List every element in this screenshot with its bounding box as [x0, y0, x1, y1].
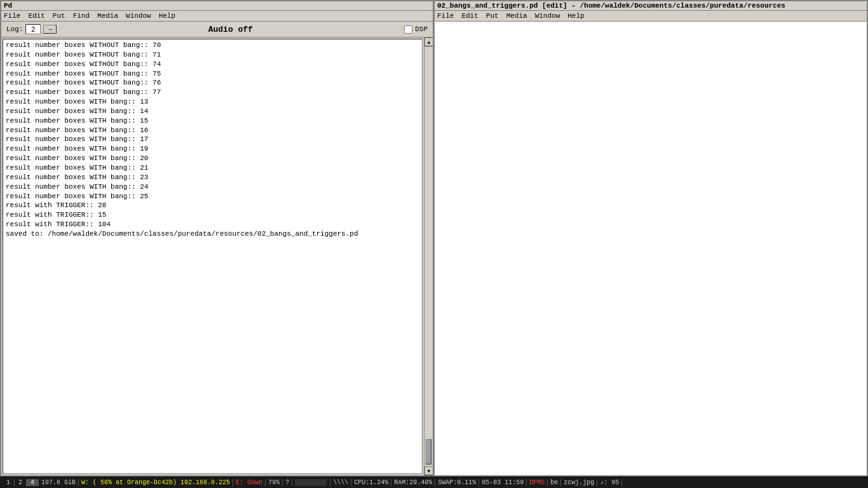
audio-off-label: Audio off [208, 25, 253, 34]
console-line: result with TRIGGER:: 28 [6, 201, 419, 210]
wallpaper-name: zcwj.jpg [561, 479, 597, 486]
tab-1[interactable]: 1 [3, 479, 15, 486]
tab-4[interactable]: 4 [27, 479, 39, 486]
patch-menu-file[interactable]: File [437, 12, 454, 20]
menu-put[interactable]: Put [53, 12, 65, 20]
menu-media[interactable]: Media [97, 12, 118, 20]
console-line: result number boxes WITH bang:: 21 [6, 163, 419, 173]
pd-patch-menubar: File Edit Put Media Window Help [435, 11, 867, 22]
dpms-status: DPMS [527, 479, 548, 486]
console-line: result number boxes WITHOUT bang:: 75 [6, 69, 419, 79]
console-line: saved to: /home/waldek/Documents/classes… [6, 229, 419, 239]
log-label: Log: [6, 25, 23, 33]
swap-usage: SWAP:0.11% [435, 479, 479, 486]
log-btn[interactable]: → [43, 25, 57, 34]
log-input[interactable] [25, 24, 41, 34]
wifi-icon: \\\\ [330, 479, 351, 486]
menu-window[interactable]: Window [126, 12, 151, 20]
pd-console-output: result number boxes WITHOUT bang:: 70res… [3, 39, 423, 474]
disk-usage: 197.6 GiB [39, 479, 79, 486]
pd-patch-window: 02_bangs_and_triggers.pd [edit] - /home/… [434, 0, 868, 477]
search-field[interactable] [292, 479, 330, 487]
patch-menu-media[interactable]: Media [506, 12, 527, 20]
scrollbar-thumb[interactable] [426, 439, 431, 464]
console-line: result number boxes WITH bang:: 23 [6, 173, 419, 182]
console-line: result number boxes WITH bang:: 20 [6, 154, 419, 163]
pd-patch-title: 02_bangs_and_triggers.pd [edit] - /home/… [437, 2, 785, 10]
pd-patch-titlebar: 02_bangs_and_triggers.pd [edit] - /home/… [435, 1, 867, 11]
network-status: W: ( 56% at Orange-bc42b) 192.168.0.225 [79, 479, 233, 486]
console-line: result number boxes WITHOUT bang:: 71 [6, 50, 419, 60]
error-status: E: down [233, 479, 266, 486]
menu-file[interactable]: File [4, 12, 20, 20]
pd-patch-canvas[interactable]: 33 51 + [435, 22, 867, 475]
console-line: result number boxes WITHOUT bang:: 74 [6, 60, 419, 69]
volume-indicator: ♪: 95 [597, 479, 622, 486]
console-line: result number boxes WITHOUT bang:: 77 [6, 88, 419, 97]
pd-console-title: Pd [4, 2, 12, 10]
patch-menu-window[interactable]: Window [535, 12, 560, 20]
patch-menu-put[interactable]: Put [486, 12, 499, 20]
scrollbar-down-btn[interactable]: ▼ [424, 466, 433, 475]
console-line: result number boxes WITH bang:: 24 [6, 182, 419, 192]
console-line: result number boxes WITH bang:: 16 [6, 126, 419, 135]
pd-console-titlebar: Pd [1, 1, 433, 11]
console-line: result with TRIGGER:: 104 [6, 220, 419, 229]
patch-connections-svg [435, 22, 867, 475]
question-mark: ? [283, 479, 292, 486]
console-scrollbar[interactable]: ▲ ▼ [424, 37, 433, 475]
patch-menu-help[interactable]: Help [567, 12, 584, 20]
dsp-label: DSP [415, 25, 428, 33]
tab-2[interactable]: 2 [15, 479, 27, 486]
dsp-control: DSP [404, 25, 428, 34]
scrollbar-up-btn[interactable]: ▲ [424, 37, 433, 46]
patch-menu-edit[interactable]: Edit [461, 12, 478, 20]
datetime: 05-03 11:59 [479, 479, 527, 486]
pd-console-window: Pd File Edit Put Find Media Window Help … [0, 0, 434, 477]
console-line: result number boxes WITH bang:: 25 [6, 192, 419, 201]
console-line: result number boxes WITH bang:: 13 [6, 97, 419, 107]
status-bar: 1 2 4 197.6 GiB W: ( 56% at Orange-bc42b… [0, 477, 868, 488]
console-line: result number boxes WITH bang:: 19 [6, 144, 419, 154]
ram-usage: RAM:29.40% [391, 479, 435, 486]
pd-toolbar-left: Log: → [6, 24, 57, 34]
dsp-checkbox[interactable] [404, 25, 412, 34]
console-line: result number boxes WITH bang:: 14 [6, 107, 419, 116]
be-indicator: be [548, 479, 561, 486]
menu-find[interactable]: Find [73, 12, 90, 20]
menu-help[interactable]: Help [159, 12, 175, 20]
menu-edit[interactable]: Edit [28, 12, 44, 20]
pd-console-menubar: File Edit Put Find Media Window Help [1, 11, 433, 22]
console-line: result number boxes WITHOUT bang:: 70 [6, 41, 419, 50]
console-line: result with TRIGGER:: 15 [6, 210, 419, 220]
console-line: result number boxes WITHOUT bang:: 76 [6, 78, 419, 88]
console-line: result number boxes WITH bang:: 15 [6, 116, 419, 126]
console-line: result number boxes WITH bang:: 17 [6, 135, 419, 144]
cpu-usage: CPU:1.24% [351, 479, 391, 486]
pd-toolbar: Log: → Audio off DSP [1, 22, 433, 37]
zoom-level: 79% [266, 479, 283, 486]
search-input[interactable] [295, 479, 327, 486]
